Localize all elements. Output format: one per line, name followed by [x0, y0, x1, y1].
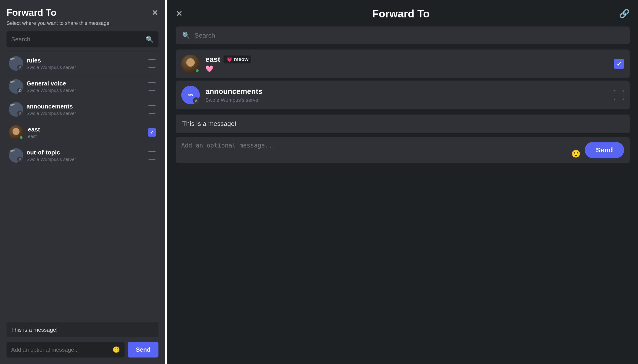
- right-message-preview: This is a message!: [176, 114, 630, 133]
- left-checkbox-out-of-topic[interactable]: [148, 151, 156, 160]
- left-panel-subtitle: Select where you want to share this mess…: [6, 20, 158, 26]
- right-channel-server-announcements: Swole Wumpus's server: [206, 97, 614, 103]
- right-checkbox-announcements[interactable]: [614, 90, 624, 100]
- right-search-input[interactable]: [194, 32, 623, 39]
- right-forward-modal: ✕ Forward To 🔗 🔍 east 💗 meow 🩷: [167, 0, 638, 364]
- left-optional-input-wrap: 🙂: [6, 342, 124, 358]
- right-checkbox-east[interactable]: [614, 59, 624, 69]
- left-avatar-out-of-topic: SW #: [9, 148, 23, 162]
- right-channel-info-east: east 💗 meow 🩷: [206, 55, 614, 73]
- left-checkbox-announcements[interactable]: [148, 105, 156, 114]
- right-channel-name-announcements: announcements: [206, 87, 262, 96]
- left-close-button[interactable]: ✕: [152, 8, 158, 17]
- right-search-icon: 🔍: [182, 32, 190, 39]
- left-channel-info-announcements: announcements Swole Wumpus's server: [26, 103, 148, 116]
- left-channel-name-out-of-topic: out-of-topic: [26, 149, 148, 156]
- left-panel-header: Forward To ✕: [6, 8, 158, 18]
- right-send-button[interactable]: Send: [585, 142, 624, 158]
- left-bottom-bar: 🙂 Send: [6, 342, 158, 358]
- left-send-button[interactable]: Send: [128, 342, 158, 358]
- left-search-input[interactable]: [11, 36, 146, 43]
- left-channel-name-east: east: [28, 126, 148, 133]
- left-emoji-button[interactable]: 🙂: [112, 346, 120, 353]
- right-close-button[interactable]: ✕: [176, 9, 182, 18]
- left-search-icon: 🔍: [146, 36, 154, 43]
- right-link-icon[interactable]: 🔗: [619, 9, 630, 18]
- left-channel-server-rules: Swole Wumpus's server: [26, 65, 148, 70]
- left-checkbox-general-voice[interactable]: [148, 82, 156, 90]
- right-channel-list: east 💗 meow 🩷 # SW announcements: [176, 50, 630, 110]
- right-panel-header: ✕ Forward To 🔗: [176, 8, 630, 20]
- left-optional-input[interactable]: [11, 346, 112, 353]
- right-channel-name-row-east: east 💗 meow: [206, 55, 614, 64]
- right-search-bar: 🔍: [176, 26, 630, 44]
- left-message-preview: This is a message!: [6, 322, 158, 337]
- right-optional-input[interactable]: [181, 142, 567, 156]
- right-channel-info-announcements: announcements Swole Wumpus's server: [206, 87, 614, 103]
- right-tag-pill-east: 💗 meow: [224, 56, 251, 64]
- left-channel-server-out-of-topic: Swole Wumpus's server: [26, 157, 148, 162]
- right-channel-name-row-announcements: announcements: [206, 87, 614, 96]
- right-avatar-announcements: # SW: [181, 86, 200, 104]
- left-channel-name-announcements: announcements: [26, 103, 148, 110]
- left-avatar-announcements: SW #: [9, 102, 23, 116]
- left-channel-list: SW # rules Swole Wumpus's server SW 🔊 Ge…: [6, 52, 158, 320]
- right-status-dot-east: [195, 68, 199, 73]
- right-emoji-button[interactable]: 🙂: [571, 149, 580, 158]
- left-channel-item-announcements[interactable]: SW # announcements Swole Wumpus's server: [6, 98, 158, 121]
- left-channel-server-east: east: [28, 134, 148, 139]
- tag-heart-emoji: 💗: [226, 56, 232, 62]
- left-channel-item-general-voice[interactable]: SW 🔊 General voice Swole Wumpus's server: [6, 75, 158, 98]
- left-channel-name-general-voice: General voice: [26, 80, 148, 87]
- left-avatar-general-voice: SW 🔊: [9, 79, 23, 94]
- left-channel-info-general-voice: General voice Swole Wumpus's server: [26, 80, 148, 93]
- right-panel-title: Forward To: [182, 8, 619, 20]
- left-search-bar: 🔍: [6, 31, 158, 48]
- right-east-sticker: 🩷: [206, 65, 614, 73]
- right-channel-item-east[interactable]: east 💗 meow 🩷: [176, 50, 630, 78]
- right-bottom-bar: 🙂 Send: [176, 137, 630, 163]
- left-channel-name-rules: rules: [26, 57, 148, 64]
- left-channel-item-out-of-topic[interactable]: SW # out-of-topic Swole Wumpus's server: [6, 144, 158, 167]
- announcements-hash-icon: #: [193, 97, 199, 104]
- panel-divider: [165, 0, 167, 364]
- left-channel-info-rules: rules Swole Wumpus's server: [26, 57, 148, 70]
- left-forward-modal: Forward To ✕ Select where you want to sh…: [0, 0, 165, 364]
- left-channel-server-general-voice: Swole Wumpus's server: [26, 88, 148, 93]
- left-channel-item-rules[interactable]: SW # rules Swole Wumpus's server: [6, 52, 158, 75]
- left-channel-info-out-of-topic: out-of-topic Swole Wumpus's server: [26, 149, 148, 162]
- left-checkbox-east[interactable]: [148, 128, 156, 136]
- left-avatar-rules: SW #: [9, 56, 23, 70]
- left-channel-server-announcements: Swole Wumpus's server: [26, 111, 148, 116]
- left-channel-item-east[interactable]: east east: [6, 121, 158, 144]
- left-status-dot-east: [19, 136, 23, 139]
- right-channel-name-east: east: [206, 55, 220, 64]
- right-channel-item-announcements[interactable]: # SW announcements Swole Wumpus's server: [176, 80, 630, 110]
- left-panel-title: Forward To: [6, 8, 56, 18]
- tag-label: meow: [234, 56, 248, 62]
- left-channel-info-east: east east: [28, 126, 148, 139]
- left-checkbox-rules[interactable]: [148, 59, 156, 68]
